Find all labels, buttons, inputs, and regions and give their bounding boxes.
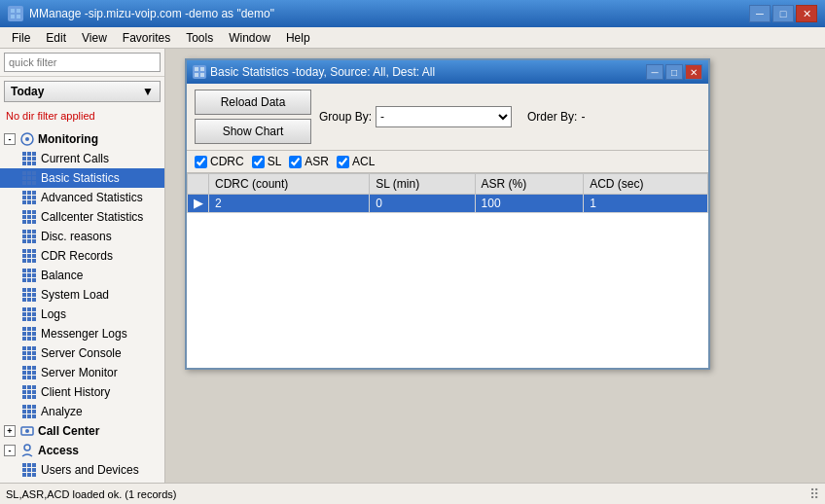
access-icon bbox=[19, 443, 35, 458]
dialog-maximize-button[interactable]: □ bbox=[665, 64, 683, 80]
dialog-title-left: Basic Statistics -today, Source: All, De… bbox=[193, 65, 435, 79]
sidebar-item-users-devices[interactable]: Users and Devices bbox=[0, 460, 164, 480]
balance-icon bbox=[21, 268, 37, 283]
svg-point-5 bbox=[25, 137, 29, 141]
dialog-title-bar: Basic Statistics -today, Source: All, De… bbox=[187, 60, 708, 84]
sidebar-item-analyze[interactable]: Analyze bbox=[0, 402, 164, 421]
cell-sl: 0 bbox=[370, 195, 475, 213]
system-load-icon bbox=[21, 287, 37, 303]
section-header-access[interactable]: - Access bbox=[0, 441, 164, 460]
cell-cdrc: 2 bbox=[209, 195, 370, 213]
checkbox-cdrc[interactable]: CDRC bbox=[195, 155, 244, 168]
col-acd[interactable]: ACD (sec) bbox=[584, 174, 708, 195]
svg-point-7 bbox=[25, 429, 29, 433]
sidebar-item-disc-reasons[interactable]: Disc. reasons bbox=[0, 227, 164, 246]
filter-input[interactable] bbox=[4, 53, 161, 72]
order-by-value: - bbox=[581, 110, 585, 124]
monitoring-icon bbox=[19, 131, 35, 147]
maximize-button[interactable]: □ bbox=[772, 5, 794, 22]
sidebar-item-messenger-logs[interactable]: Messenger Logs bbox=[0, 324, 164, 343]
minimize-button[interactable]: ─ bbox=[749, 5, 771, 22]
basic-stats-icon bbox=[21, 170, 37, 186]
menu-bar: File Edit View Favorites Tools Window He… bbox=[0, 27, 825, 49]
dialog-table-area: CDRC (count) SL (min) ASR (%) ACD (sec) … bbox=[187, 173, 708, 368]
content-area: Basic Statistics -today, Source: All, De… bbox=[165, 49, 825, 483]
dialog-minimize-button[interactable]: ─ bbox=[646, 64, 664, 80]
status-grip-icon: ⠿ bbox=[809, 486, 819, 502]
svg-rect-0 bbox=[11, 9, 15, 13]
sidebar-item-cdr-records[interactable]: CDR Records bbox=[0, 246, 164, 266]
advanced-stats-icon bbox=[21, 190, 37, 205]
acl-checkbox[interactable] bbox=[337, 156, 349, 168]
status-bar: SL,ASR,ACD loaded ok. (1 records) ⠿ bbox=[0, 483, 825, 504]
sidebar-item-system-load[interactable]: System Load bbox=[0, 285, 164, 305]
dialog-close-button[interactable]: ✕ bbox=[685, 64, 702, 80]
server-monitor-icon bbox=[21, 365, 37, 380]
group-by-area: Group By: - bbox=[319, 106, 512, 127]
menu-window[interactable]: Window bbox=[221, 29, 278, 47]
svg-rect-2 bbox=[11, 15, 15, 18]
sidebar-item-server-console[interactable]: Server Console bbox=[0, 343, 164, 363]
menu-help[interactable]: Help bbox=[278, 29, 318, 47]
sl-checkbox[interactable] bbox=[252, 156, 265, 168]
col-cdrc[interactable]: CDRC (count) bbox=[209, 174, 370, 195]
groups-icon bbox=[21, 482, 37, 483]
sidebar-item-groups[interactable]: Groups bbox=[0, 480, 164, 483]
disc-reasons-icon bbox=[21, 229, 37, 244]
no-filter-label: No dir filter applied bbox=[0, 106, 164, 126]
svg-rect-11 bbox=[195, 73, 198, 77]
sidebar-item-advanced-statistics[interactable]: Advanced Statistics bbox=[0, 188, 164, 207]
close-button[interactable]: ✕ bbox=[796, 5, 817, 22]
window-title: MManage -sip.mizu-voip.com -demo as "dem… bbox=[29, 7, 274, 20]
show-chart-button[interactable]: Show Chart bbox=[195, 119, 311, 144]
users-devices-icon bbox=[21, 462, 37, 478]
group-by-select[interactable]: - bbox=[376, 106, 512, 127]
checkbox-acl[interactable]: ACL bbox=[337, 155, 375, 168]
menu-view[interactable]: View bbox=[74, 29, 115, 47]
reload-data-button[interactable]: Reload Data bbox=[195, 90, 311, 115]
sidebar-item-balance[interactable]: Balance bbox=[0, 266, 164, 285]
sidebar-item-callcenter-statistics[interactable]: Callcenter Statistics bbox=[0, 207, 164, 227]
analyze-icon bbox=[21, 404, 37, 419]
filter-bar bbox=[0, 49, 164, 77]
dropdown-arrow-icon: ▼ bbox=[142, 85, 154, 98]
title-bar: MManage -sip.mizu-voip.com -demo as "dem… bbox=[0, 0, 825, 27]
col-asr[interactable]: ASR (%) bbox=[475, 174, 584, 195]
section-header-monitoring[interactable]: - Monitoring bbox=[0, 129, 164, 149]
sidebar-item-basic-statistics[interactable]: Basic Statistics bbox=[0, 168, 164, 188]
svg-rect-10 bbox=[200, 67, 204, 71]
sidebar: Today ▼ No dir filter applied - Monitori… bbox=[0, 49, 165, 483]
dialog-title-text: Basic Statistics -today, Source: All, De… bbox=[210, 65, 435, 79]
sidebar-tree: - Monitoring Current Calls bbox=[0, 126, 164, 483]
asr-checkbox[interactable] bbox=[289, 156, 302, 168]
menu-tools[interactable]: Tools bbox=[178, 29, 221, 47]
section-header-call-center[interactable]: + Call Center bbox=[0, 421, 164, 441]
row-indicator: ▶ bbox=[188, 195, 209, 213]
table-row[interactable]: ▶ 2 0 100 1 bbox=[188, 195, 708, 213]
order-by-label: Order By: bbox=[527, 110, 577, 124]
checkbox-asr[interactable]: ASR bbox=[289, 155, 329, 168]
menu-file[interactable]: File bbox=[4, 29, 38, 47]
svg-rect-1 bbox=[17, 9, 20, 13]
statistics-table: CDRC (count) SL (min) ASR (%) ACD (sec) … bbox=[187, 173, 708, 213]
menu-edit[interactable]: Edit bbox=[38, 29, 74, 47]
menu-favorites[interactable]: Favorites bbox=[115, 29, 178, 47]
today-button[interactable]: Today ▼ bbox=[4, 81, 161, 102]
sidebar-item-current-calls[interactable]: Current Calls bbox=[0, 149, 164, 168]
col-sl[interactable]: SL (min) bbox=[370, 174, 475, 195]
current-calls-icon bbox=[21, 151, 37, 166]
svg-rect-9 bbox=[195, 67, 198, 71]
checkbox-sl[interactable]: SL bbox=[252, 155, 282, 168]
basic-statistics-dialog: Basic Statistics -today, Source: All, De… bbox=[185, 58, 710, 370]
col-indicator bbox=[188, 174, 209, 195]
today-select: Today ▼ bbox=[4, 81, 161, 102]
order-by-area: Order By: - bbox=[527, 110, 585, 124]
cdrc-checkbox[interactable] bbox=[195, 156, 207, 168]
main-layout: Today ▼ No dir filter applied - Monitori… bbox=[0, 49, 825, 483]
client-history-icon bbox=[21, 384, 37, 400]
svg-point-8 bbox=[24, 445, 30, 450]
sidebar-item-client-history[interactable]: Client History bbox=[0, 382, 164, 402]
dialog-action-buttons: Reload Data Show Chart bbox=[195, 90, 311, 144]
sidebar-item-logs[interactable]: Logs bbox=[0, 305, 164, 324]
sidebar-item-server-monitor[interactable]: Server Monitor bbox=[0, 363, 164, 382]
